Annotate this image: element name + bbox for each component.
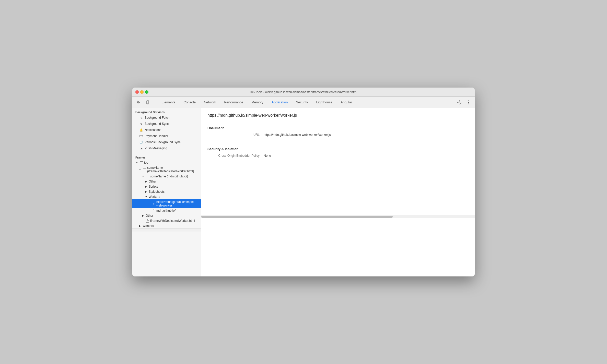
tab-application[interactable]: Application — [267, 97, 292, 108]
tab-nav: Elements Console Network Performance Mem… — [157, 97, 452, 108]
sidebar-item-label-background-sync: Background Sync — [145, 122, 169, 126]
sidebar-item-periodic-bg-sync[interactable]: 🕐 Periodic Background Sync — [132, 139, 201, 145]
doc-icon-iframe — [146, 219, 149, 223]
background-fetch-icon: ⇅ — [139, 116, 143, 119]
window-title: DevTools - wolfib.github.io/web-demos/ne… — [250, 90, 357, 94]
close-button[interactable] — [135, 90, 139, 94]
detail-scrollbar-thumb — [201, 216, 393, 218]
arrow-other1: ▶ — [145, 180, 148, 183]
traffic-lights — [135, 90, 148, 94]
arrow-somename2: ▼ — [142, 175, 145, 178]
frame-icon-somename1 — [143, 168, 146, 171]
tree-row-other2[interactable]: ▶ Other — [132, 213, 201, 218]
svg-point-1 — [147, 103, 148, 104]
sidebar-item-label-notifications: Notifications — [145, 128, 161, 132]
tree-row-workers1[interactable]: ▼ Workers — [132, 194, 201, 199]
sidebar-item-label-payment-handler: Payment Handler — [145, 134, 168, 138]
tab-lighthouse[interactable]: Lighthouse — [312, 97, 337, 108]
tree-label-workers-top: Workers — [143, 224, 154, 228]
sidebar-item-notifications[interactable]: 🔔 Notifications — [132, 127, 201, 133]
tree-label-stylesheets: Stylesheets — [149, 190, 165, 193]
tree-label-other2: Other — [146, 214, 153, 217]
sidebar-item-background-fetch[interactable]: ⇅ Background Fetch — [132, 115, 201, 121]
detail-panel: https://mdn.github.io/simple-web-worker/… — [201, 108, 475, 276]
detail-section-title-document: Document — [207, 126, 469, 130]
background-sync-icon: ↺ — [139, 122, 143, 126]
tab-console[interactable]: Console — [179, 97, 200, 108]
frames-title: Frames — [132, 153, 201, 160]
tree-row-stylesheets[interactable]: ▶ Stylesheets — [132, 189, 201, 194]
sidebar-scrollbar[interactable] — [132, 228, 201, 232]
tree-label-worker-url: https://mdn.github.io/simple-web-worker — [156, 200, 199, 207]
detail-url: https://mdn.github.io/simple-web-worker/… — [201, 108, 475, 122]
tab-network[interactable]: Network — [200, 97, 220, 108]
arrow-somename1: ▼ — [138, 168, 142, 171]
background-services-title: Background Services — [132, 108, 201, 115]
sidebar: Background Services ⇅ Background Fetch ↺… — [132, 108, 201, 276]
detail-value-coep: None — [264, 154, 271, 157]
main-content: Background Services ⇅ Background Fetch ↺… — [132, 108, 475, 276]
detail-section-document: Document URL https://mdn.github.io/simpl… — [201, 122, 475, 143]
maximize-button[interactable] — [145, 90, 148, 94]
tree-row-somename1[interactable]: ▼ someName (iframeWithDedicatedWorker.ht… — [132, 165, 201, 174]
detail-section-security: Security & Isolation Cross-Origin Embedd… — [201, 143, 475, 164]
svg-point-2 — [459, 102, 460, 103]
detail-section-title-security: Security & Isolation — [207, 147, 469, 151]
frame-icon-top — [139, 161, 143, 164]
detail-label-url: URL — [207, 133, 264, 137]
svg-point-4 — [468, 102, 469, 103]
toolbar-icons — [135, 99, 151, 106]
tree-row-mdn-doc[interactable]: mdn.github.io/ — [132, 208, 201, 213]
svg-point-3 — [468, 100, 469, 101]
tab-security[interactable]: Security — [292, 97, 312, 108]
push-messaging-icon: ☁ — [139, 147, 143, 150]
doc-icon-mdn — [152, 209, 155, 212]
worker-gear-icon: ⚙ — [152, 202, 155, 205]
arrow-worker-url — [148, 202, 151, 205]
mobile-icon-button[interactable] — [144, 99, 151, 106]
sidebar-item-label-push-messaging: Push Messaging — [145, 147, 167, 150]
svg-point-5 — [468, 103, 469, 104]
sidebar-item-background-sync[interactable]: ↺ Background Sync — [132, 121, 201, 127]
tree-row-somename2[interactable]: ▼ someName (mdn.github.io/) — [132, 174, 201, 179]
arrow-top: ▼ — [135, 161, 138, 164]
arrow-workers-top: ▶ — [138, 224, 142, 227]
detail-value-url: https://mdn.github.io/simple-web-worker/… — [264, 133, 331, 137]
periodic-bg-sync-icon: 🕐 — [139, 140, 143, 144]
tree-row-top[interactable]: ▼ top — [132, 160, 201, 165]
detail-row-coep: Cross-Origin Embedder Policy None — [207, 154, 469, 157]
svg-rect-6 — [140, 135, 143, 137]
settings-icon[interactable] — [456, 99, 463, 106]
tree-label-workers1: Workers — [149, 195, 160, 199]
tab-elements[interactable]: Elements — [157, 97, 179, 108]
sidebar-item-label-background-fetch: Background Fetch — [145, 116, 169, 119]
minimize-button[interactable] — [140, 90, 144, 94]
notifications-icon: 🔔 — [139, 128, 143, 132]
sidebar-item-payment-handler[interactable]: Payment Handler — [132, 133, 201, 139]
detail-scrollbar[interactable] — [201, 215, 475, 218]
tab-performance[interactable]: Performance — [220, 97, 247, 108]
toolbar: Elements Console Network Performance Mem… — [132, 97, 475, 108]
tab-memory[interactable]: Memory — [247, 97, 267, 108]
sidebar-item-push-messaging[interactable]: ☁ Push Messaging — [132, 145, 201, 151]
arrow-workers1: ▼ — [145, 195, 148, 198]
devtools-window: DevTools - wolfib.github.io/web-demos/ne… — [132, 88, 475, 276]
payment-handler-icon — [139, 134, 143, 138]
tree-row-workers-top[interactable]: ▶ Workers — [132, 223, 201, 228]
frame-icon-somename2 — [146, 175, 149, 178]
sidebar-item-label-periodic-bg-sync: Periodic Background Sync — [145, 140, 181, 144]
arrow-mdn-doc — [148, 209, 151, 212]
arrow-other2: ▶ — [142, 214, 145, 217]
more-icon[interactable] — [465, 99, 472, 106]
tree-row-scripts[interactable]: ▶ Scripts — [132, 184, 201, 189]
title-bar: DevTools - wolfib.github.io/web-demos/ne… — [132, 88, 475, 97]
arrow-stylesheets: ▶ — [145, 190, 148, 193]
tree-label-other1: Other — [149, 180, 156, 183]
tab-angular[interactable]: Angular — [336, 97, 356, 108]
tree-row-worker-url[interactable]: ⚙ https://mdn.github.io/simple-web-worke… — [132, 199, 201, 208]
tree-label-mdn-doc: mdn.github.io/ — [156, 209, 176, 212]
cursor-icon-button[interactable] — [135, 99, 142, 106]
tree-row-other1[interactable]: ▶ Other — [132, 179, 201, 184]
tree-row-iframe-doc[interactable]: iframeWithDedicatedWorker.html — [132, 218, 201, 223]
tree-label-scripts: Scripts — [149, 185, 158, 188]
